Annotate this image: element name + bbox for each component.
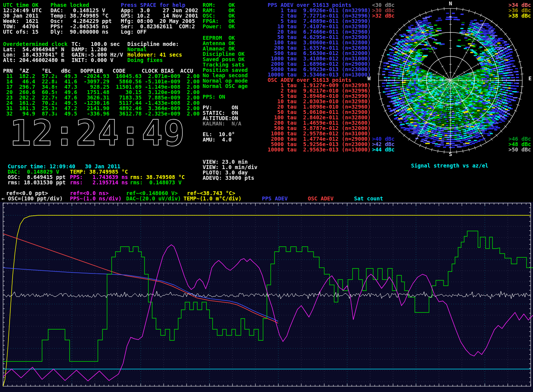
text-line: 32 94.9 87.3↓ 49.5 -336.96 3612.78 -2.32… — [3, 111, 200, 117]
text-line: Sat count — [354, 196, 383, 202]
text-line: TEMP~(1.0 m°C/div) — [184, 196, 242, 202]
text-line: ADEVQ: 33000 pts — [203, 175, 254, 181]
text-line: Log: OFF — [121, 29, 146, 35]
text-line: rms: 18.031530 ppt — [8, 180, 66, 185]
text-line: Dly: 90.000000 ns — [50, 29, 109, 35]
text-line: PPS ADEV — [262, 196, 288, 202]
text-line: N — [449, 1, 452, 7]
text-line: Alt: 204.46002480 m — [3, 57, 64, 63]
text-line: 10000 tau 2.9563e-013 (n=13000) — [268, 147, 371, 153]
text-line: E — [528, 76, 531, 81]
text-line: Power: OK — [203, 24, 235, 29]
text-line: Signal strength vs az/el — [411, 163, 488, 169]
text-line: UTC ofs: 15 — [3, 29, 39, 35]
lady-heather-window: 12:24:49 UTC time OK12:24:49 UTC30 Jan 2… — [0, 0, 533, 392]
text-line: S — [449, 151, 452, 157]
text-line: W — [367, 76, 370, 81]
text-line: ← OSC=(100 ppt/div) — [2, 196, 63, 202]
text-line: AMU: 4.0 — [203, 137, 232, 143]
text-line: rms: 0.148073 V — [130, 180, 182, 185]
text-line: >50 dBc — [509, 147, 531, 153]
text-line: OSC ADEV — [308, 196, 333, 202]
text-line: rms: 2.195714 ns — [70, 180, 128, 185]
text-line: PPS~(1.0 ns/div) — [70, 196, 122, 202]
text-line: DAC~(20.0 uV/div) — [126, 196, 181, 202]
text-line: KALMAN: N/A — [203, 121, 241, 127]
text-line: >38 dBc — [509, 13, 531, 19]
text-line: Doing fixes — [127, 57, 163, 63]
text-line: INIT: 0.000 V — [72, 57, 114, 63]
text-line: Normal OSC age — [203, 83, 248, 89]
text-line: PPS: ON — [203, 94, 225, 100]
text-line: >32 dBc — [372, 13, 395, 19]
text-line: >44 dBc — [372, 147, 395, 153]
terminal-text-layer: UTC time OK12:24:49 UTC30 Jan 2011Week: … — [0, 0, 533, 392]
